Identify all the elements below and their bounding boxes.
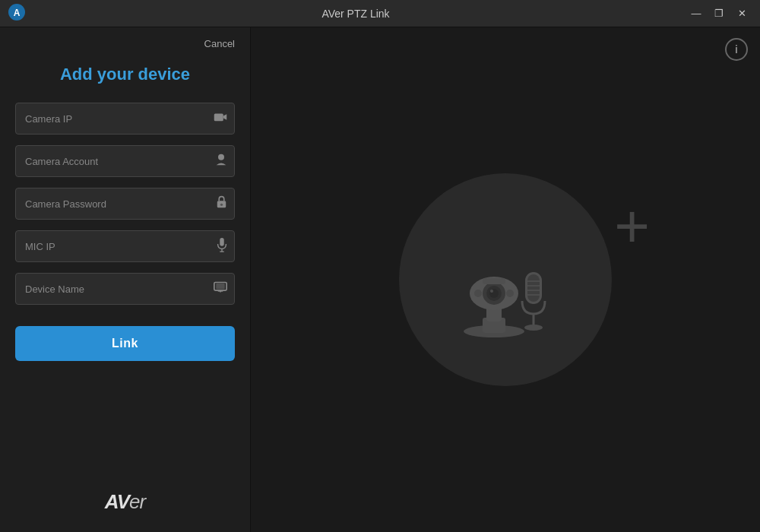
mic-ip-input[interactable]	[15, 230, 235, 262]
svg-rect-22	[483, 278, 505, 284]
svg-text:A: A	[14, 8, 21, 18]
svg-point-23	[474, 290, 482, 297]
mic-ip-group	[15, 230, 235, 262]
window-controls: — ❐ ✕	[686, 5, 752, 22]
window-title: AVer PTZ Link	[26, 8, 686, 20]
aver-logo-text: AVer	[105, 490, 145, 513]
left-panel: Cancel Add your device	[0, 27, 251, 532]
title-bar: A AVer PTZ Link — ❐ ✕	[0, 0, 760, 27]
close-button[interactable]: ✕	[731, 5, 752, 22]
camera-ip-group	[15, 103, 235, 135]
app-logo: A	[8, 3, 26, 24]
cancel-button[interactable]: Cancel	[204, 30, 235, 57]
svg-rect-26	[527, 274, 540, 302]
camera-account-group	[15, 145, 235, 177]
right-panel: i	[251, 27, 760, 532]
camera-account-input[interactable]	[15, 145, 235, 177]
illustration-circle	[399, 173, 612, 386]
svg-point-24	[506, 290, 514, 297]
svg-point-21	[490, 290, 493, 293]
camera-password-group	[15, 188, 235, 220]
main-container: Cancel Add your device	[0, 27, 760, 532]
form-title: Add your device	[60, 65, 190, 84]
camera-mic-illustration	[429, 211, 581, 348]
device-illustration: +	[399, 173, 612, 386]
plus-sign-icon: +	[614, 196, 650, 257]
minimize-button[interactable]: —	[686, 5, 707, 22]
link-button[interactable]: Link	[15, 326, 235, 361]
maximize-button[interactable]: ❐	[708, 5, 730, 22]
svg-point-32	[524, 325, 543, 331]
camera-password-input[interactable]	[15, 188, 235, 220]
camera-ip-input[interactable]	[15, 103, 235, 135]
device-name-input[interactable]	[15, 273, 235, 305]
aver-logo: AVer	[105, 490, 145, 514]
info-button[interactable]: i	[725, 38, 748, 61]
device-name-group	[15, 273, 235, 305]
